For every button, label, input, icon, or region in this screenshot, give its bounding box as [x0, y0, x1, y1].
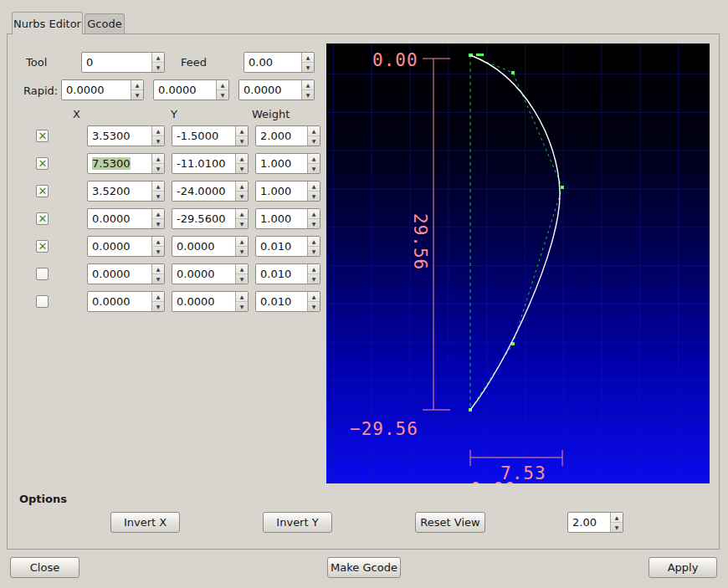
point-enabled-checkbox[interactable] [36, 157, 49, 170]
point-x-spin[interactable]: 3.5300 [87, 125, 165, 146]
spin-down-icon[interactable] [308, 219, 320, 228]
spin-down-icon[interactable] [152, 63, 164, 72]
spin-up-icon[interactable] [308, 264, 320, 274]
spin-up-icon[interactable] [152, 292, 164, 302]
spin-up-icon[interactable] [308, 237, 320, 247]
spin-down-icon[interactable] [302, 63, 314, 72]
point-enabled-checkbox[interactable] [36, 240, 49, 253]
spin-down-icon[interactable] [236, 164, 248, 173]
spin-up-icon[interactable] [308, 209, 320, 219]
point-x-spin[interactable]: 0.0000 [87, 236, 165, 257]
reset-view-button[interactable]: Reset View [415, 512, 485, 533]
point-weight-spin[interactable]: 1.000 [255, 181, 320, 202]
rapid-x-spin[interactable]: 0.0000 [61, 79, 144, 100]
spin-up-icon[interactable] [152, 237, 164, 247]
point-y-spin[interactable]: -11.0100 [172, 153, 249, 174]
spin-down-icon[interactable] [236, 219, 248, 228]
close-button[interactable]: Close [10, 557, 79, 578]
spin-up-icon[interactable] [152, 182, 164, 192]
spin-down-icon[interactable] [152, 302, 164, 311]
point-y-spin[interactable]: -29.5600 [172, 208, 249, 229]
spin-up-icon[interactable] [131, 80, 143, 90]
spin-down-icon[interactable] [308, 302, 320, 311]
point-weight-spin[interactable]: 0.010 [255, 263, 320, 284]
point-y-spin[interactable]: -24.0000 [172, 181, 249, 202]
point-weight-spin[interactable]: 0.010 [255, 291, 320, 312]
nurbs-editor-window: Nurbs Editor Gcode Tool 0 Feed 0.00 Rapi… [0, 0, 728, 588]
spin-down-icon[interactable] [236, 274, 248, 284]
spin-down-icon[interactable] [131, 90, 143, 100]
curve-preview[interactable]: 0.00 29.56 −29.56 7.53 0.00 [326, 43, 710, 483]
spin-down-icon[interactable] [308, 192, 320, 201]
spin-up-icon[interactable] [152, 264, 164, 274]
zoom-spin[interactable]: 2.00 [567, 512, 623, 533]
spin-up-icon[interactable] [308, 292, 320, 302]
point-enabled-checkbox[interactable] [36, 295, 49, 308]
spin-up-icon[interactable] [236, 292, 248, 302]
invert-y-button[interactable]: Invert Y [263, 512, 332, 533]
spin-down-icon[interactable] [152, 136, 164, 146]
spin-down-icon[interactable] [152, 274, 164, 284]
point-x-spin[interactable]: 0.0000 [87, 263, 165, 284]
point-enabled-checkbox[interactable] [36, 185, 49, 197]
spin-up-icon[interactable] [611, 513, 623, 523]
spin-down-icon[interactable] [152, 192, 164, 201]
tab-gcode[interactable]: Gcode [85, 13, 125, 33]
point-x-spin[interactable]: 7.5300 [87, 153, 165, 174]
point-x-spin[interactable]: 0.0000 [87, 291, 165, 312]
apply-button[interactable]: Apply [649, 557, 717, 578]
spin-down-icon[interactable] [152, 164, 164, 173]
spin-down-icon[interactable] [302, 90, 314, 100]
spin-up-icon[interactable] [236, 182, 248, 192]
point-enabled-checkbox[interactable] [36, 268, 49, 280]
spin-up-icon[interactable] [302, 53, 314, 63]
spin-up-icon[interactable] [302, 80, 314, 90]
point-y-spin[interactable]: 0.0000 [172, 236, 249, 257]
spin-down-icon[interactable] [152, 219, 164, 228]
spin-down-icon[interactable] [217, 90, 228, 100]
feed-spin[interactable]: 0.00 [244, 52, 315, 73]
spin-down-icon[interactable] [236, 136, 248, 146]
point-weight-spin[interactable]: 1.000 [255, 153, 320, 174]
point-weight-spin[interactable]: 2.000 [255, 125, 320, 146]
spin-up-icon[interactable] [236, 154, 248, 164]
point-enabled-checkbox[interactable] [36, 212, 49, 225]
make-gcode-button[interactable]: Make Gcode [327, 557, 401, 578]
point-y-spin[interactable]: 0.0000 [172, 263, 249, 284]
spin-up-icon[interactable] [152, 154, 164, 164]
tab-nurbs-editor[interactable]: Nurbs Editor [12, 12, 83, 34]
spin-down-icon[interactable] [308, 274, 320, 284]
spin-up-icon[interactable] [236, 237, 248, 247]
spin-up-icon[interactable] [152, 126, 164, 136]
spin-up-icon[interactable] [236, 264, 248, 274]
spin-down-icon[interactable] [236, 247, 248, 256]
spin-up-icon[interactable] [236, 126, 248, 136]
rapid-label: Rapid: [23, 84, 58, 97]
point-x-spin[interactable]: 0.0000 [87, 208, 165, 229]
tool-spin[interactable]: 0 [81, 52, 165, 73]
point-y-spin[interactable]: -1.5000 [172, 125, 249, 146]
spin-up-icon[interactable] [152, 53, 164, 63]
spin-up-icon[interactable] [308, 154, 320, 164]
spin-down-icon[interactable] [152, 247, 164, 256]
point-weight-spin[interactable]: 0.010 [255, 236, 320, 257]
point-weight-spin[interactable]: 1.000 [255, 208, 320, 229]
invert-x-button[interactable]: Invert X [110, 512, 180, 533]
spin-up-icon[interactable] [152, 209, 164, 219]
spin-down-icon[interactable] [308, 164, 320, 173]
spin-up-icon[interactable] [217, 80, 228, 90]
point-enabled-checkbox[interactable] [36, 130, 49, 142]
spin-down-icon[interactable] [236, 192, 248, 201]
point-x-spin[interactable]: 3.5200 [87, 181, 165, 202]
spin-up-icon[interactable] [236, 209, 248, 219]
rapid-x-value: 0.0000 [66, 84, 105, 96]
rapid-z-spin[interactable]: 0.0000 [238, 79, 315, 100]
spin-down-icon[interactable] [308, 136, 320, 146]
point-y-spin[interactable]: 0.0000 [172, 291, 249, 312]
spin-down-icon[interactable] [308, 247, 320, 256]
spin-down-icon[interactable] [611, 523, 623, 532]
spin-down-icon[interactable] [236, 302, 248, 311]
rapid-y-spin[interactable]: 0.0000 [153, 79, 229, 100]
spin-up-icon[interactable] [308, 126, 320, 136]
spin-up-icon[interactable] [308, 182, 320, 192]
